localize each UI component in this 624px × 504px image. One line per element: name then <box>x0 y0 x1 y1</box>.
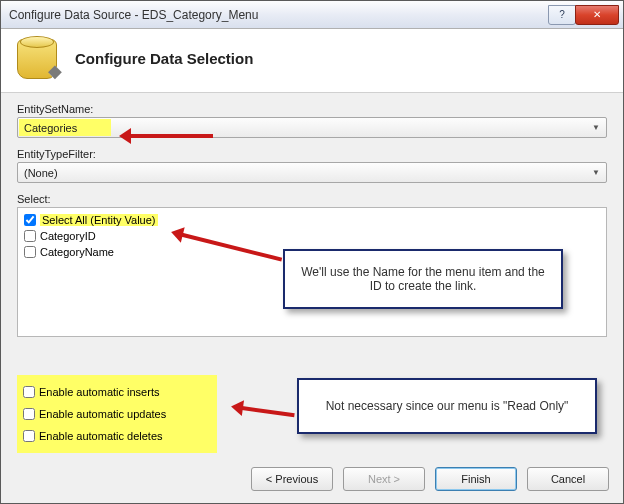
select-item-label: Select All (Entity Value) <box>40 214 158 226</box>
window-controls: ? ✕ <box>549 5 619 25</box>
select-all-checkbox[interactable] <box>24 214 36 226</box>
entitysetname-label: EntitySetName: <box>17 103 607 115</box>
enable-deletes-row[interactable]: Enable automatic deletes <box>23 425 209 447</box>
dialog-window: Configure Data Source - EDS_Category_Men… <box>0 0 624 504</box>
enable-updates-label: Enable automatic updates <box>39 408 166 420</box>
enable-deletes-label: Enable automatic deletes <box>39 430 163 442</box>
dialog-content: Configure Data Selection EntitySetName: … <box>1 29 623 503</box>
entitytypefilter-dropdown[interactable]: (None) ▼ <box>17 162 607 183</box>
dialog-header: Configure Data Selection <box>1 29 623 93</box>
finish-button[interactable]: Finish <box>435 467 517 491</box>
select-item-label: CategoryID <box>40 230 96 242</box>
close-button[interactable]: ✕ <box>575 5 619 25</box>
enable-options: Enable automatic inserts Enable automati… <box>17 375 217 453</box>
enable-updates-checkbox[interactable] <box>23 408 35 420</box>
entitysetname-dropdown[interactable]: Categories ▼ <box>17 117 607 138</box>
enable-inserts-row[interactable]: Enable automatic inserts <box>23 381 209 403</box>
cancel-button[interactable]: Cancel <box>527 467 609 491</box>
chevron-down-icon: ▼ <box>592 168 600 177</box>
previous-button[interactable]: < Previous <box>251 467 333 491</box>
entitytypefilter-value: (None) <box>24 167 58 179</box>
select-item-categoryid[interactable]: CategoryID <box>24 228 600 244</box>
select-label: Select: <box>17 193 607 205</box>
categoryid-checkbox[interactable] <box>24 230 36 242</box>
chevron-down-icon: ▼ <box>592 123 600 132</box>
help-button[interactable]: ? <box>548 5 576 25</box>
wizard-buttons: < Previous Next > Finish Cancel <box>251 467 609 491</box>
titlebar: Configure Data Source - EDS_Category_Men… <box>1 1 623 29</box>
database-icon <box>17 39 57 79</box>
next-button: Next > <box>343 467 425 491</box>
entitytypefilter-label: EntityTypeFilter: <box>17 148 607 160</box>
enable-updates-row[interactable]: Enable automatic updates <box>23 403 209 425</box>
window-title: Configure Data Source - EDS_Category_Men… <box>9 8 549 22</box>
dialog-body: EntitySetName: Categories ▼ EntityTypeFi… <box>1 93 623 503</box>
annotation-arrow <box>235 405 295 417</box>
page-heading: Configure Data Selection <box>75 50 253 67</box>
annotation-callout: Not necessary since our menu is "Read On… <box>297 378 597 434</box>
select-item-all[interactable]: Select All (Entity Value) <box>24 212 600 228</box>
entitysetname-value: Categories <box>24 122 77 134</box>
select-item-label: CategoryName <box>40 246 114 258</box>
annotation-callout: We'll use the Name for the menu item and… <box>283 249 563 309</box>
enable-inserts-checkbox[interactable] <box>23 386 35 398</box>
annotation-arrow <box>123 134 213 138</box>
enable-deletes-checkbox[interactable] <box>23 430 35 442</box>
categoryname-checkbox[interactable] <box>24 246 36 258</box>
enable-inserts-label: Enable automatic inserts <box>39 386 159 398</box>
